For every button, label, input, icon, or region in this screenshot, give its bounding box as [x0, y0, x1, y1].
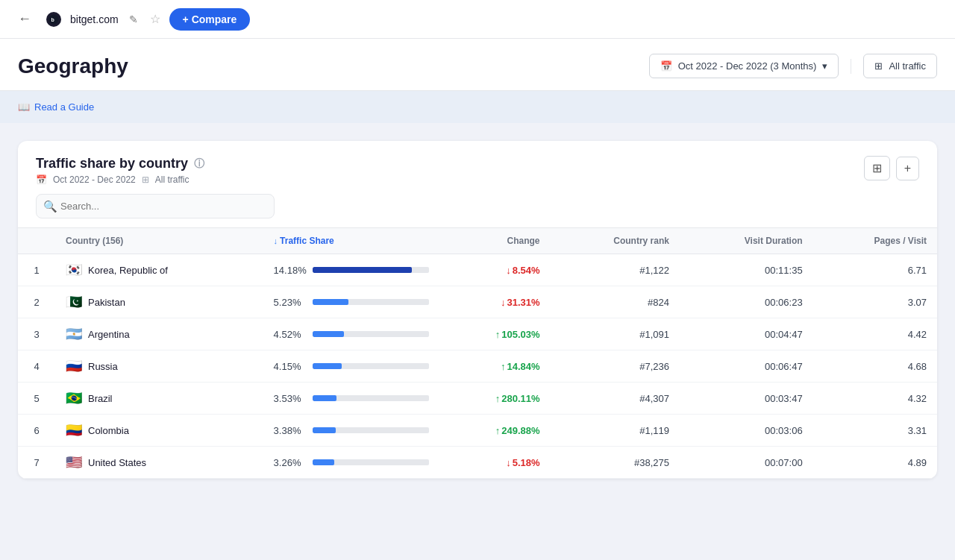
card-title-text: Traffic share by country — [36, 156, 188, 172]
table-row: 4 🇷🇺 Russia 4.15% ↑14.84% — [18, 350, 937, 383]
row-number: 3 — [18, 318, 55, 350]
calendar-icon: 📅 — [660, 60, 672, 72]
visit-duration-cell: 00:03:47 — [680, 383, 813, 415]
traffic-share-bar — [313, 331, 430, 337]
table-row: 7 🇺🇸 United States 3.26% ↓5.18% — [18, 447, 937, 479]
sort-icon: ↓ — [274, 236, 278, 245]
card-subtitle: 📅 Oct 2022 - Dec 2022 ⊞ All traffic — [36, 174, 204, 185]
country-cell[interactable]: 🇰🇷 Korea, Republic of — [55, 254, 263, 286]
edit-icon[interactable]: ✎ — [129, 13, 138, 25]
favorite-icon[interactable]: ☆ — [150, 12, 160, 26]
col-pages-visit-header[interactable]: Pages / Visit — [813, 228, 937, 254]
change-value: ↑249.88% — [495, 425, 540, 436]
change-cell: ↓8.54% — [439, 254, 550, 286]
change-cell: ↑14.84% — [439, 350, 550, 383]
card-title-group: Traffic share by country ⓘ 📅 Oct 2022 - … — [36, 156, 204, 185]
search-icon: 🔍 — [43, 200, 57, 213]
traffic-share-cell: 4.52% — [263, 318, 440, 350]
traffic-type-label: All traffic — [889, 60, 926, 72]
pages-visit-cell: 4.68 — [813, 350, 937, 383]
calendar-small-icon: 📅 — [36, 174, 47, 185]
country-name: Argentina — [88, 329, 130, 340]
table-row: 2 🇵🇰 Pakistan 5.23% ↓31.31% — [18, 286, 937, 318]
traffic-share-cell: 3.26% — [263, 447, 440, 479]
country-flag: 🇧🇷 — [66, 391, 82, 405]
country-cell[interactable]: 🇷🇺 Russia — [55, 350, 263, 383]
country-cell[interactable]: 🇦🇷 Argentina — [55, 318, 263, 350]
pages-visit-cell: 4.42 — [813, 318, 937, 350]
traffic-share-cell: 3.53% — [263, 383, 440, 415]
chevron-down-icon: ▾ — [822, 60, 827, 72]
row-number: 2 — [18, 286, 55, 318]
country-flag: 🇺🇸 — [66, 456, 82, 469]
change-value: ↑14.84% — [501, 361, 540, 372]
svg-text:b: b — [51, 16, 54, 22]
pages-visit-cell: 4.89 — [813, 447, 937, 479]
col-country-header[interactable]: Country (156) — [55, 228, 263, 254]
row-number: 7 — [18, 447, 55, 479]
country-rank-cell: #38,275 — [551, 447, 680, 479]
col-change-header[interactable]: Change — [439, 228, 550, 254]
table-row: 3 🇦🇷 Argentina 4.52% ↑105.03% — [18, 318, 937, 350]
change-value: ↓31.31% — [501, 297, 540, 308]
guide-link-label: Read a Guide — [34, 101, 94, 113]
country-cell[interactable]: 🇺🇸 United States — [55, 447, 263, 479]
traffic-share-card: Traffic share by country ⓘ 📅 Oct 2022 - … — [18, 141, 937, 479]
info-icon[interactable]: ⓘ — [194, 157, 204, 171]
traffic-share-bar-fill — [313, 395, 337, 401]
traffic-share-bar-fill — [313, 427, 336, 433]
change-value: ↑280.11% — [495, 393, 540, 404]
col-country-rank-header[interactable]: Country rank — [551, 228, 680, 254]
traffic-type-picker[interactable]: ⊞ All traffic — [863, 54, 937, 78]
country-name: United States — [88, 457, 146, 468]
country-rank-cell: #824 — [551, 286, 680, 318]
country-rank-cell: #1,119 — [551, 415, 680, 447]
country-name: Russia — [88, 361, 118, 372]
col-traffic-share-header[interactable]: ↓Traffic Share — [263, 228, 440, 254]
site-name: bitget.com — [70, 13, 119, 25]
country-cell[interactable]: 🇵🇰 Pakistan — [55, 286, 263, 318]
read-guide-link[interactable]: 📖 Read a Guide — [18, 101, 937, 113]
columns-toggle-button[interactable]: ⊞ — [864, 156, 890, 180]
traffic-share-value: 5.23% — [274, 297, 307, 308]
back-button[interactable]: ← — [12, 8, 37, 30]
expand-button[interactable]: + — [896, 157, 919, 180]
country-flag: 🇰🇷 — [66, 263, 82, 277]
traffic-share-bar-fill — [313, 299, 349, 305]
traffic-share-bar — [313, 363, 430, 369]
search-input[interactable] — [36, 194, 275, 218]
visit-duration-cell: 00:04:47 — [680, 318, 813, 350]
country-name: Brazil — [88, 393, 113, 404]
table-row: 5 🇧🇷 Brazil 3.53% ↑280.11% — [18, 383, 937, 415]
book-icon: 📖 — [18, 101, 30, 113]
page-header: Geography 📅 Oct 2022 - Dec 2022 (3 Month… — [0, 39, 955, 91]
country-cell[interactable]: 🇧🇷 Brazil — [55, 383, 263, 415]
change-cell: ↑105.03% — [439, 318, 550, 350]
date-range-label: Oct 2022 - Dec 2022 (3 Months) — [678, 60, 817, 72]
traffic-share-cell: 5.23% — [263, 286, 440, 318]
visit-duration-cell: 00:07:00 — [680, 447, 813, 479]
pages-visit-cell: 6.71 — [813, 254, 937, 286]
date-range-picker[interactable]: 📅 Oct 2022 - Dec 2022 (3 Months) ▾ — [649, 54, 839, 78]
pages-visit-cell: 4.32 — [813, 383, 937, 415]
visit-duration-cell: 00:03:06 — [680, 415, 813, 447]
country-rank-cell: #4,307 — [551, 383, 680, 415]
card-actions: ⊞ + — [864, 156, 919, 180]
change-cell: ↑249.88% — [439, 415, 550, 447]
visit-duration-cell: 00:06:47 — [680, 350, 813, 383]
traffic-share-bar — [313, 267, 430, 273]
country-name: Pakistan — [88, 297, 125, 308]
table-row: 6 🇨🇴 Colombia 3.38% ↑249.88% — [18, 415, 937, 447]
main-content: Traffic share by country ⓘ 📅 Oct 2022 - … — [0, 123, 955, 497]
search-bar: 🔍 — [18, 194, 937, 227]
traffic-share-value: 3.53% — [274, 393, 307, 404]
site-favicon: b — [46, 12, 61, 27]
country-cell[interactable]: 🇨🇴 Colombia — [55, 415, 263, 447]
traffic-share-cell: 14.18% — [263, 254, 440, 286]
traffic-share-bar — [313, 395, 430, 401]
col-visit-duration-header[interactable]: Visit Duration — [680, 228, 813, 254]
visit-duration-cell: 00:06:23 — [680, 286, 813, 318]
change-value: ↑105.03% — [495, 329, 540, 340]
compare-button[interactable]: + Compare — [169, 8, 251, 31]
traffic-share-value: 3.38% — [274, 425, 307, 436]
